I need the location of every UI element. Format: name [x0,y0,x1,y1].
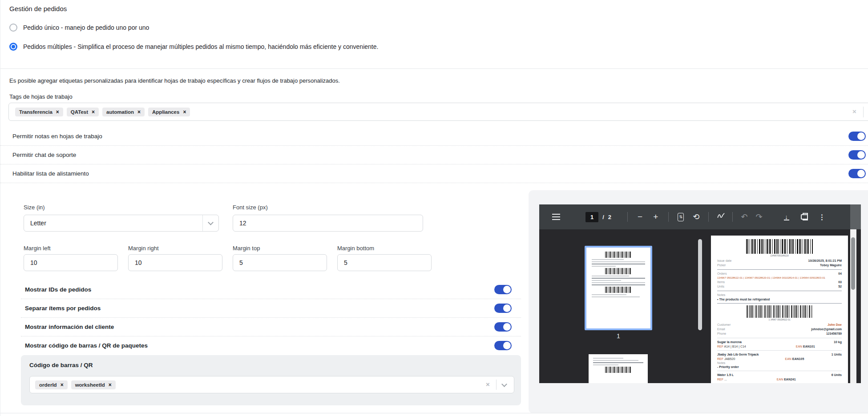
margin-bottom-input[interactable]: 5 [337,254,432,271]
viewer-scrollbar-thumb[interactable] [851,237,855,290]
barcode-tag-chip[interactable]: worksheetId × [71,380,116,389]
option-row-customer-info: Mostrar información del cliente [21,318,521,336]
font-size-value: 12 [239,220,246,227]
toggle-row-notes: Permitir notas en hojas de trabajo [0,127,868,146]
rotate-icon[interactable]: ⟲ [693,212,699,222]
current-page-box[interactable]: 1 [585,212,598,222]
ref-value: A14 | B14 | C14 [724,345,746,348]
pdf-preview-panel: 1 / 2 − + ⇅ ⟲ ↶ ↷ ↓ [529,190,868,413]
mini-barcode [605,268,632,274]
worksheet-tags-input[interactable]: Transferencia × QATest × automation × Ap… [8,103,868,121]
barcode-qr-label: Código de barras / QR [29,362,93,368]
order-barcode-caption: 1 34967 05028622-01 [717,318,842,321]
option-row-order-ids: Mostrar IDs de pedidos [21,280,521,299]
more-options-icon[interactable]: ⋮ [819,213,826,221]
viewer-edge [856,229,861,383]
radio-icon-unselected[interactable] [9,24,17,32]
select-control[interactable] [202,215,218,231]
mini-barcode [605,367,632,373]
tags-description: Es posible agregar etiquetas personaliza… [9,77,340,84]
barcode-qr-input[interactable]: orderId × worksheetId × × [29,376,514,393]
font-size-input[interactable]: 12 [233,215,423,232]
margin-bottom-value: 5 [344,259,347,266]
option-label: Mostrar IDs de pedidos [25,286,91,293]
email-value: johndoe@gmail.com [811,327,842,332]
margin-left-label: Margin left [24,245,51,252]
tag-chip[interactable]: automation × [102,108,145,116]
viewer-scrollbar-top [850,204,861,229]
ref-label: REF [717,378,723,381]
units-value: 52 [838,284,842,289]
pdf-toolbar: 1 / 2 − + ⇅ ⟲ ↶ ↷ ↓ [539,204,850,229]
thumbnail-page-2[interactable] [589,354,648,383]
orders-label: Orders [717,272,727,276]
option-row-split-items: Separar ítems por pedidos [21,299,521,318]
margin-top-label: Margin top [233,245,260,252]
thumbnail-page-1-selected[interactable] [585,246,652,330]
tag-chip[interactable]: Appliances × [148,108,190,116]
toggle-notes[interactable] [848,132,866,141]
tag-chip[interactable]: QATest × [67,108,99,116]
option-label: Mostrar información del cliente [25,324,114,330]
orders-value: 04 [838,272,842,276]
tag-remove-icon[interactable]: × [56,109,59,115]
menu-icon[interactable] [552,216,560,218]
tag-chip[interactable]: Transferencia × [15,108,63,116]
fit-page-icon[interactable]: ⇅ [678,213,684,221]
toggle-package-barcode[interactable] [494,341,512,350]
toolbar-divider [732,212,733,222]
toggle-row-chat: Permitir chat de soporte [0,146,868,164]
margin-top-value: 5 [239,259,243,266]
margin-left-value: 10 [30,259,37,266]
chevron-down-icon[interactable] [208,220,214,225]
margin-top-input[interactable]: 5 [233,254,327,271]
item-qty: 10 kg [834,340,842,344]
toggle-chat[interactable] [848,150,866,160]
issue-date-value: 10/26/2025, 8:01:21 PM [808,259,842,263]
margin-right-input[interactable]: 10 [128,254,222,271]
worksheet-barcode [746,239,813,254]
size-label: Size (in) [24,204,45,211]
toggle-customer-info[interactable] [494,322,512,332]
tag-remove-icon[interactable]: × [61,382,64,388]
toggle-label: Permitir notas en hojas de trabajo [12,133,102,140]
tag-remove-icon[interactable]: × [109,382,112,388]
thumbnails-scrollbar[interactable] [698,239,702,330]
item-name: Jbaby Jab Lib Germ Tripack [717,352,759,357]
undo-icon[interactable]: ↶ [741,212,747,222]
print-icon[interactable] [801,214,808,220]
page-total: 2 [608,214,611,220]
download-icon[interactable]: ↓ [784,213,789,220]
clear-all-icon[interactable]: × [486,380,490,388]
tag-remove-icon[interactable]: × [137,109,141,115]
item-notes-label: Notes [717,361,842,365]
picker-value: Tobey Maguire [820,263,842,268]
chevron-down-icon[interactable] [501,381,507,387]
radio-icon-selected[interactable] [9,43,17,51]
customer-value: John Doe [828,323,842,327]
size-select[interactable]: Letter [24,215,219,232]
toolbar-divider [668,212,669,222]
radio-option-multiple[interactable]: Pedidos múltiples - Simplifica el proces… [9,43,378,51]
margin-left-input[interactable]: 10 [24,254,118,271]
clear-all-icon[interactable]: × [852,108,856,115]
barcode-tag-chip[interactable]: orderId × [35,380,68,389]
zoom-in-icon[interactable]: + [653,212,658,222]
tag-remove-icon[interactable]: × [92,109,95,115]
bottom-divider [0,413,868,416]
order-ids: 134967 05028622-01 | 134967 05028620-01 … [717,276,842,280]
redo-icon[interactable]: ↷ [756,212,763,222]
tags-label: Tags de hojas de trabajo [9,93,73,100]
toggle-split-items[interactable] [494,304,512,313]
section-divider [0,68,868,69]
radio-option-single[interactable]: Pedido único - manejo de pedido uno por … [9,24,149,32]
toggle-picking-list[interactable] [848,169,866,178]
tag-remove-icon[interactable]: × [183,109,186,115]
fit-page-glyph: ⇅ [679,215,683,219]
toggle-show-order-ids[interactable] [494,285,512,294]
ean-value: EAN101 [803,345,815,348]
zoom-out-icon[interactable]: − [638,212,642,222]
thumbnail-page-number: 1 [585,332,652,340]
page-separator: / [602,214,604,220]
annotate-icon[interactable] [717,212,725,222]
